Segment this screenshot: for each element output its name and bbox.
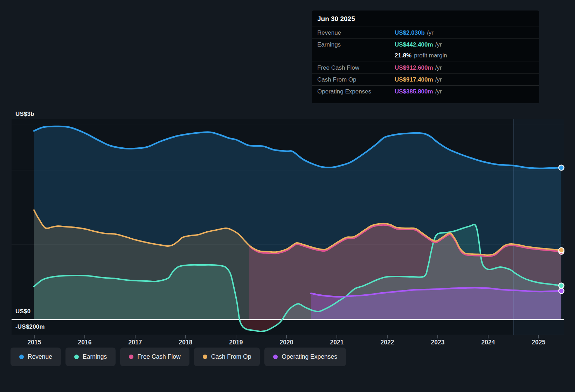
x-tick-2016: 2016 <box>78 339 92 346</box>
opex-dot-icon <box>273 355 278 359</box>
revenue-dot-icon <box>19 355 24 359</box>
x-tick-2023: 2023 <box>431 339 445 346</box>
legend-item-free-cash-flow[interactable]: Free Cash Flow <box>120 348 189 366</box>
fcf-value: US$912.600m <box>395 64 433 71</box>
chart-tooltip: Jun 30 2025 Revenue US$2.030b/yr Earning… <box>312 10 539 103</box>
fcf-dot-icon <box>129 355 133 359</box>
y-axis-label-neg200m: -US$200m <box>15 323 45 330</box>
earnings-value: US$442.400m <box>395 41 433 48</box>
earnings-dot-icon <box>74 355 79 359</box>
x-tick-2021: 2021 <box>330 339 344 346</box>
profit-margin-value: 21.8%profit margin <box>395 50 447 61</box>
x-tick-2015: 2015 <box>28 339 41 346</box>
x-tick-2024: 2024 <box>482 339 495 346</box>
x-tick-2018: 2018 <box>179 339 193 346</box>
y-axis-label-0: US$0 <box>15 308 30 315</box>
cashop-value: US$917.400m <box>395 76 433 83</box>
x-tick-2017: 2017 <box>129 339 142 346</box>
cashop-dot-icon <box>203 355 207 359</box>
legend-item-cash-from-op[interactable]: Cash From Op <box>194 348 260 366</box>
y-axis-label-3b: US$3b <box>15 111 34 118</box>
x-tick-2020: 2020 <box>280 339 293 346</box>
x-tick-2022: 2022 <box>381 339 394 346</box>
tooltip-row-profit-margin: 21.8%profit margin <box>312 50 539 62</box>
legend-item-revenue[interactable]: Revenue <box>11 348 61 366</box>
opex-value: US$385.800m <box>395 88 433 95</box>
tooltip-row-free-cash-flow: Free Cash Flow US$912.600m/yr <box>312 62 539 74</box>
tooltip-row-revenue: Revenue US$2.030b/yr <box>312 27 539 38</box>
revenue-value: US$2.030b <box>395 29 425 36</box>
tooltip-row-operating-expenses: Operating Expenses US$385.800m/yr <box>312 85 539 97</box>
x-tick-2025: 2025 <box>532 339 546 346</box>
legend-item-earnings[interactable]: Earnings <box>65 348 116 366</box>
x-tick-2019: 2019 <box>229 339 243 346</box>
tooltip-row-earnings: Earnings US$442.400m/yr <box>312 38 539 50</box>
financial-history-panel: US$3b US$0 -US$200m 2015 2016 2017 2018 … <box>0 0 575 392</box>
tooltip-row-cash-from-op: Cash From Op US$917.400m/yr <box>312 74 539 85</box>
chart-legend: Revenue Earnings Free Cash Flow Cash Fro… <box>11 348 346 366</box>
legend-item-operating-expenses[interactable]: Operating Expenses <box>264 348 346 366</box>
tooltip-date: Jun 30 2025 <box>312 10 539 27</box>
